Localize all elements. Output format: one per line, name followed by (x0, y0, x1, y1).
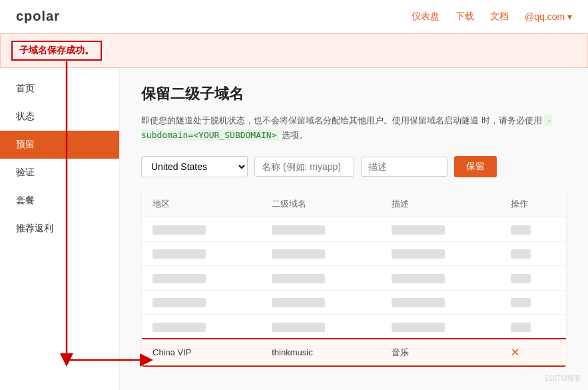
user-menu[interactable]: @qq.com ▾ (525, 11, 572, 22)
sidebar-item-home[interactable]: 首页 (0, 75, 119, 103)
subdomain-name-input[interactable] (254, 157, 354, 177)
table-row-highlighted: China VIP thinkmusic 音乐 ✕ (142, 339, 566, 367)
subdomain-table: 地区 二级域名 描述 操作 (142, 191, 566, 367)
table-header-row: 地区 二级域名 描述 操作 (142, 191, 566, 217)
sidebar-item-status[interactable]: 状态 (0, 103, 119, 131)
cell-description: 音乐 (381, 339, 500, 367)
col-action: 操作 (500, 191, 566, 217)
cell-subdomain: thinkmusic (261, 339, 380, 367)
watermark: 510TO博客 (545, 373, 581, 383)
subdomain-description-input[interactable] (361, 157, 447, 177)
table-row (142, 315, 566, 339)
col-region: 地区 (142, 191, 261, 217)
main-layout: 首页 状态 预留 验证 套餐 推荐返利 保留二级子域名 即使您的隧道处于脱机状态… (0, 68, 588, 390)
table-row (142, 217, 566, 242)
content-area: 保留二级子域名 即使您的隧道处于脱机状态，也不会将保留域名分配给其他用户。使用保… (120, 68, 588, 390)
table-row (142, 241, 566, 266)
sidebar: 首页 状态 预留 验证 套餐 推荐返利 (0, 68, 120, 390)
sidebar-item-package[interactable]: 套餐 (0, 187, 119, 215)
page-description: 即使您的隧道处于脱机状态，也不会将保留域名分配给其他用户。使用保留域名启动隧道 … (141, 113, 567, 143)
cell-region: China VIP (142, 339, 261, 367)
region-select[interactable]: United States China VIP Japan (141, 156, 248, 177)
nav-dashboard[interactable]: 仪表盘 (412, 11, 440, 23)
table-area: 地区 二级域名 描述 操作 (141, 191, 567, 367)
form-row: United States China VIP Japan 保留 (141, 156, 567, 177)
col-description: 描述 (381, 191, 500, 217)
delete-icon[interactable]: ✕ (511, 347, 519, 358)
sidebar-item-reserve[interactable]: 预留 (0, 131, 119, 159)
col-subdomain: 二级域名 (261, 191, 380, 217)
alert-bar: 子域名保存成功。 (0, 33, 588, 68)
table-row (142, 290, 566, 315)
logo: cpolar (16, 9, 60, 24)
nav-links: 仪表盘 下载 文档 @qq.com ▾ (412, 11, 572, 23)
table-row (142, 266, 566, 291)
sidebar-item-referral[interactable]: 推荐返利 (0, 215, 119, 243)
alert-message: 子域名保存成功。 (11, 41, 102, 61)
top-nav: cpolar 仪表盘 下载 文档 @qq.com ▾ (0, 0, 588, 33)
page-title: 保留二级子域名 (141, 84, 567, 104)
sidebar-item-verify[interactable]: 验证 (0, 159, 119, 187)
reserve-button[interactable]: 保留 (454, 156, 497, 177)
nav-download[interactable]: 下载 (455, 11, 474, 23)
nav-docs[interactable]: 文档 (490, 11, 509, 23)
